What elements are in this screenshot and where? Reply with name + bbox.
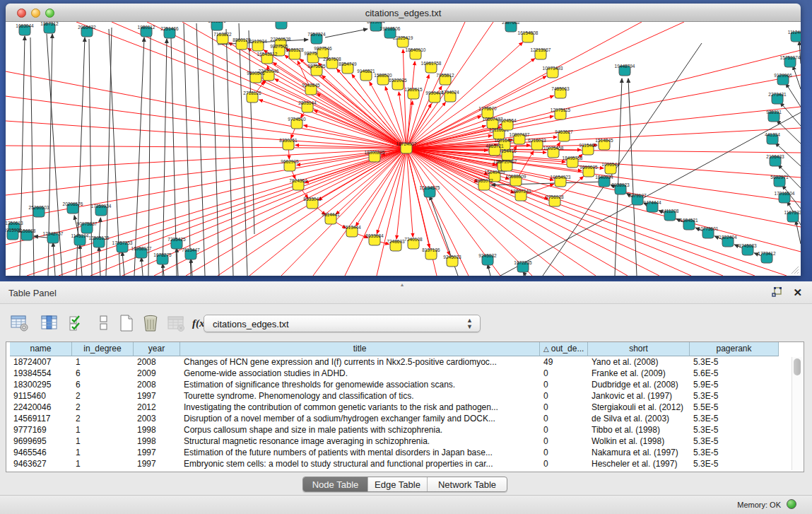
network-node[interactable]: 2718126 [243, 90, 261, 103]
network-node[interactable]: 1663044 [16, 23, 34, 35]
float-panel-icon[interactable] [772, 287, 782, 298]
show-column-icon[interactable] [40, 314, 59, 332]
new-table-icon[interactable] [117, 314, 136, 332]
black-edge[interactable] [793, 66, 801, 89]
black-edge[interactable] [212, 23, 219, 276]
black-edge[interactable] [488, 264, 490, 276]
network-node[interactable]: 9745083 [739, 243, 757, 255]
network-node[interactable]: 16033809 [271, 22, 292, 29]
table-row[interactable]: 1872400712008Changes of HCN gene express… [6, 357, 784, 368]
table-row[interactable]: 946554611997Estimation of the future num… [6, 448, 784, 459]
network-node[interactable]: 20206576 [63, 201, 83, 214]
table-row[interactable]: 969969511998Structural magnetic resonanc… [6, 436, 784, 448]
network-node[interactable]: 8330251 [279, 138, 298, 150]
network-node[interactable]: 2065432 [78, 25, 96, 37]
network-node[interactable]: 9662905 [281, 159, 299, 171]
network-node[interactable]: 1362615 [404, 87, 423, 99]
network-node[interactable]: 2106433 [766, 154, 784, 166]
network-node[interactable]: 9129966 [774, 73, 792, 85]
table-select-dropdown[interactable]: citations_edges.txt ▲▼ [204, 315, 481, 332]
network-node[interactable]: 7624354 [289, 178, 307, 190]
network-node[interactable]: 9242845 [302, 83, 320, 95]
column-header-in_degree[interactable]: in_degree [72, 342, 134, 356]
black-edge[interactable] [799, 41, 801, 64]
network-window-titlebar[interactable]: citations_edges.txt [6, 4, 801, 22]
network-node[interactable]: 6794024 [441, 90, 459, 102]
column-header-short[interactable]: short [588, 342, 690, 356]
network-node[interactable]: 1112404 [788, 30, 801, 42]
column-header-out_de[interactable]: △out_de... [540, 342, 588, 356]
red-edge[interactable] [218, 148, 406, 276]
network-node[interactable]: 1096544 [601, 162, 620, 174]
splitter-handle[interactable]: ▴ [401, 281, 404, 288]
row-height-icon[interactable] [95, 314, 113, 332]
network-node[interactable]: 7248693 [387, 239, 405, 251]
network-node[interactable]: 9245033 [443, 255, 461, 267]
table-row[interactable]: 1830029562008Estimation of significance … [6, 380, 784, 391]
tab-network-table[interactable]: Network Table [428, 477, 507, 492]
black-edge[interactable] [239, 23, 247, 276]
network-node[interactable]: 1773412 [758, 251, 776, 263]
network-node[interactable]: 8186328 [286, 47, 304, 59]
black-edge[interactable] [163, 39, 167, 276]
black-edge[interactable] [109, 29, 120, 276]
close-panel-icon[interactable]: ✕ [793, 286, 802, 299]
network-node[interactable]: 1867312 [40, 22, 59, 33]
network-node[interactable]: 8633684 [365, 233, 384, 245]
black-edge[interactable] [628, 78, 637, 276]
red-edge[interactable] [377, 148, 406, 276]
red-edge[interactable] [406, 148, 801, 227]
select-attributes-icon[interactable] [68, 314, 86, 332]
table-row[interactable]: 911546021997Tourette syndrome. Phenomeno… [6, 391, 784, 402]
column-header-name[interactable]: name [10, 342, 72, 356]
red-edge[interactable] [403, 49, 406, 148]
table-row[interactable]: 1938455462009Genome-wide association stu… [6, 368, 784, 380]
network-node[interactable]: 9245032 [478, 253, 497, 265]
table-scrollbar[interactable] [792, 357, 802, 470]
network-node[interactable]: 18807249 [511, 189, 531, 201]
delete-attribute-icon[interactable] [141, 314, 160, 332]
column-header-title[interactable]: title [180, 342, 540, 356]
network-node[interactable]: 8854749 [339, 62, 357, 74]
network-node[interactable]: 938331 [766, 110, 782, 122]
black-edge[interactable] [325, 29, 367, 37]
red-edge[interactable] [406, 22, 465, 148]
network-node[interactable]: 17359934 [91, 204, 112, 216]
network-node[interactable]: 1167533 [784, 210, 801, 222]
red-edge[interactable] [6, 96, 406, 148]
network-graph[interactable]: 1872400718300295716382288601288912934222… [6, 22, 801, 276]
network-node[interactable]: 7163822 [213, 32, 232, 44]
black-edge[interactable] [148, 36, 151, 276]
network-node[interactable]: 8912934 [249, 39, 267, 51]
table-row[interactable]: 2242004622012Investigating the contribut… [6, 402, 784, 414]
network-node[interactable]: 19448794 [615, 64, 635, 76]
tab-edge-table[interactable]: Edge Table [368, 477, 428, 492]
network-node[interactable]: 7240108 [404, 237, 423, 249]
black-edge[interactable] [80, 245, 82, 276]
network-node[interactable]: 16154808 [518, 30, 539, 42]
network-node[interactable]: 9463627 [555, 129, 573, 141]
network-canvas[interactable]: 1872400718300295716382288601288912934222… [6, 22, 801, 276]
network-node[interactable]: 10973493 [543, 66, 563, 78]
network-node[interactable]: 9724510 [288, 117, 306, 129]
network-node[interactable]: 1672235 [514, 260, 532, 272]
red-edge[interactable] [317, 93, 406, 148]
network-node[interactable]: 1145194 [71, 233, 89, 245]
network-node[interactable]: 2273431 [768, 92, 787, 104]
network-node[interactable]: 10025458 [543, 146, 564, 158]
network-node[interactable]: 1678275 [153, 252, 172, 264]
resize-grip-icon[interactable] [789, 264, 799, 274]
black-edge[interactable] [134, 37, 144, 276]
column-header-year[interactable]: year [134, 342, 180, 356]
network-node[interactable]: 2803144 [298, 100, 317, 112]
network-node[interactable]: 15134575 [420, 185, 440, 197]
network-node[interactable]: 7613447 [182, 247, 200, 259]
network-node[interactable]: 1592301 [208, 22, 226, 30]
network-node[interactable]: 9814441 [322, 212, 340, 224]
network-node[interactable]: 9875685 [307, 64, 326, 76]
network-node[interactable]: 9146821 [357, 69, 375, 81]
column-header-pagerank[interactable]: pagerank [690, 342, 779, 356]
network-node[interactable]: 7485063 [551, 86, 570, 98]
black-edge[interactable] [53, 243, 55, 276]
network-node[interactable]: 12975115 [551, 107, 571, 119]
